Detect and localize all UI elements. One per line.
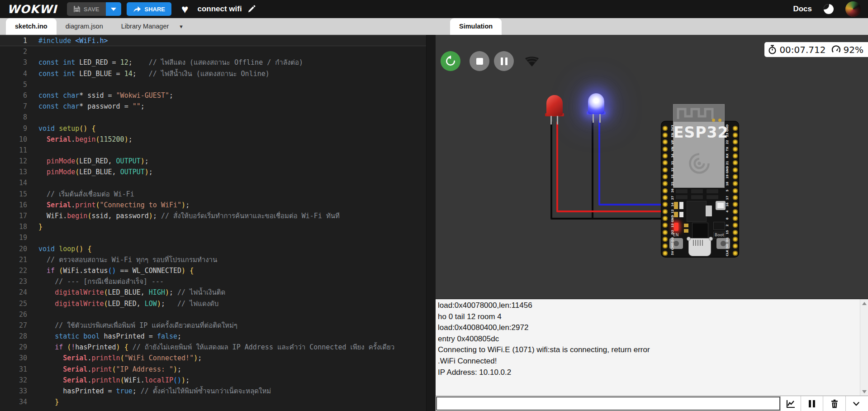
wokwi-logo[interactable]: WOKWI	[7, 3, 57, 16]
code-line[interactable]: 8	[0, 112, 427, 123]
wire-pin12-red[interactable]	[557, 122, 666, 211]
blue-led[interactable]	[588, 93, 604, 115]
code-line[interactable]: 26	[0, 309, 427, 320]
code-line[interactable]: 3const int LED_RED = 12; // ไฟสีแดง (แสด…	[0, 57, 427, 68]
collapse-serial-button[interactable]	[845, 396, 867, 411]
red-led[interactable]	[546, 95, 563, 117]
code-line[interactable]: 10 Serial.begin(115200);	[0, 134, 427, 145]
pin-5[interactable]	[733, 188, 738, 193]
pin-2[interactable]	[733, 223, 738, 228]
code-line[interactable]: 4const int LED_BLUE = 14; // ไฟสีน้ำเงิน…	[0, 68, 427, 79]
pin-17[interactable]	[733, 195, 738, 200]
pin-rx[interactable]	[733, 153, 738, 158]
tabs-dropdown-caret-icon[interactable]: ▾	[180, 18, 183, 35]
code-line[interactable]: 20void loop() {	[0, 244, 427, 254]
pin-32[interactable]	[663, 167, 668, 172]
serial-scrollbar[interactable]	[860, 299, 868, 396]
pin-clk[interactable]	[733, 251, 738, 256]
pin-18[interactable]	[733, 181, 738, 186]
code-line[interactable]: 24 digitalWrite(LED_BLUE, HIGH); // ไฟน้…	[0, 287, 427, 298]
pin-gnd[interactable]	[733, 126, 738, 131]
code-line[interactable]: 18}	[0, 221, 427, 232]
pin-19[interactable]	[733, 174, 738, 179]
code-line[interactable]: 15 // เริ่มต้นสั่งเชื่อมต่อ Wi-Fi	[0, 189, 427, 200]
pin-en[interactable]	[663, 133, 668, 138]
clear-serial-button[interactable]	[823, 396, 845, 411]
code-line[interactable]: 27 // ใช้ตัวแปรพิเศษเพื่อพิมพ์ IP แค่ครั…	[0, 320, 427, 331]
code-line[interactable]: 22 if (WiFi.status() == WL_CONNECTED) {	[0, 265, 427, 276]
pin-14[interactable]	[663, 202, 668, 207]
code-line[interactable]: 28 static bool hasPrinted = false;	[0, 331, 427, 342]
pin-26[interactable]	[663, 188, 668, 193]
pin-vn[interactable]	[663, 147, 668, 152]
serial-monitor[interactable]: load:0x40078000,len:11456ho 0 tail 12 ro…	[436, 299, 868, 396]
code-line[interactable]: 13 pinMode(LED_BLUE, OUTPUT);	[0, 167, 427, 177]
code-line[interactable]: 14	[0, 177, 427, 188]
simulation-canvas[interactable]: 00:07.712 92%	[436, 35, 868, 299]
tab-library-manager[interactable]: Library Manager	[112, 18, 178, 35]
user-avatar[interactable]	[845, 1, 861, 17]
tab-sketch-ino[interactable]: sketch.ino	[6, 18, 57, 35]
pin-0[interactable]	[733, 216, 738, 221]
pin-cmd[interactable]	[663, 244, 668, 249]
pin-21[interactable]	[733, 160, 738, 165]
edit-title-icon[interactable]	[247, 5, 256, 13]
pin-3v3[interactable]	[663, 126, 668, 131]
code-line[interactable]: 16 Serial.print("Connecting to WiFi");	[0, 200, 427, 210]
serial-input[interactable]	[436, 397, 780, 411]
pin-vp[interactable]	[663, 139, 668, 144]
scroll-up-icon[interactable]	[862, 302, 867, 305]
pin-tx[interactable]	[733, 147, 738, 152]
code-line[interactable]: 31 Serial.print("IP Address: ");	[0, 364, 427, 375]
code-line[interactable]: 25 digitalWrite(LED_RED, LOW); // ไฟแดงด…	[0, 298, 427, 309]
code-editor[interactable]: 1#include <WiFi.h>23const int LED_RED = …	[0, 35, 427, 411]
code-line[interactable]: 30 Serial.println("WiFi Connected!");	[0, 353, 427, 363]
tab-diagram-json[interactable]: diagram.json	[57, 18, 112, 35]
save-button[interactable]: SAVE	[67, 2, 105, 16]
pin-13[interactable]	[663, 223, 668, 228]
code-line[interactable]: 6const char* ssid = "Wokwi-GUEST";	[0, 90, 427, 101]
pin-d1[interactable]	[733, 237, 738, 242]
code-line[interactable]: 21 // ตรวจสอบสถานะ Wi-Fi ทุกๆ รอบที่โปรแ…	[0, 254, 427, 265]
pin-23[interactable]	[733, 133, 738, 138]
pin-35[interactable]	[663, 160, 668, 165]
pin-22[interactable]	[733, 139, 738, 144]
pin-4[interactable]	[733, 209, 738, 214]
code-line[interactable]: 29 if (!hasPrinted) { // ถ้ายังไม่เคยพิม…	[0, 342, 427, 353]
share-button[interactable]: SHARE	[127, 2, 172, 16]
code-line[interactable]: 12 pinMode(LED_RED, OUTPUT);	[0, 156, 427, 167]
code-line[interactable]: 32 Serial.println(WiFi.localIP());	[0, 375, 427, 386]
code-line[interactable]: 2	[0, 46, 427, 57]
pin-25[interactable]	[663, 181, 668, 186]
pin-5v[interactable]	[663, 251, 668, 256]
pin-16[interactable]	[733, 202, 738, 207]
dark-mode-toggle-icon[interactable]	[824, 4, 834, 14]
code-line[interactable]: 1#include <WiFi.h>	[0, 35, 427, 46]
panel-divider[interactable]	[426, 35, 436, 411]
docs-link[interactable]: Docs	[793, 5, 812, 14]
save-dropdown-button[interactable]	[106, 2, 121, 16]
tab-simulation[interactable]: Simulation	[450, 18, 502, 35]
pin-gnd[interactable]	[733, 167, 738, 172]
pin-d2[interactable]	[663, 230, 668, 235]
code-line[interactable]: 23 // --- [กรณีเชื่อมต่อสำเร็จ] ---	[0, 276, 427, 287]
wire-pin14-blue[interactable]	[599, 121, 666, 205]
heart-icon[interactable]: ♥	[181, 3, 188, 15]
scroll-down-icon[interactable]	[862, 390, 867, 393]
plotter-button[interactable]	[780, 396, 801, 411]
code-line[interactable]: 5	[0, 79, 427, 90]
pin-34[interactable]	[663, 153, 668, 158]
pin-d3[interactable]	[663, 237, 668, 242]
pin-15[interactable]	[733, 230, 738, 235]
code-line[interactable]: 17 WiFi.begin(ssid, password); // สั่งให…	[0, 210, 427, 221]
pin-33[interactable]	[663, 174, 668, 179]
code-line[interactable]: 7const char* password = "";	[0, 101, 427, 112]
code-line[interactable]: 19	[0, 232, 427, 243]
code-line[interactable]: 9void setup() {	[0, 123, 427, 134]
esp32-devkit-board[interactable]: ESP32	[661, 121, 739, 257]
code-line[interactable]: 33 hasPrinted = true; // ตั้งค่าไม่ให้พิ…	[0, 386, 427, 397]
code-line[interactable]: 11	[0, 145, 427, 156]
code-line[interactable]: 34 }	[0, 397, 427, 407]
pin-27[interactable]	[663, 195, 668, 200]
pause-serial-button[interactable]	[801, 396, 823, 411]
